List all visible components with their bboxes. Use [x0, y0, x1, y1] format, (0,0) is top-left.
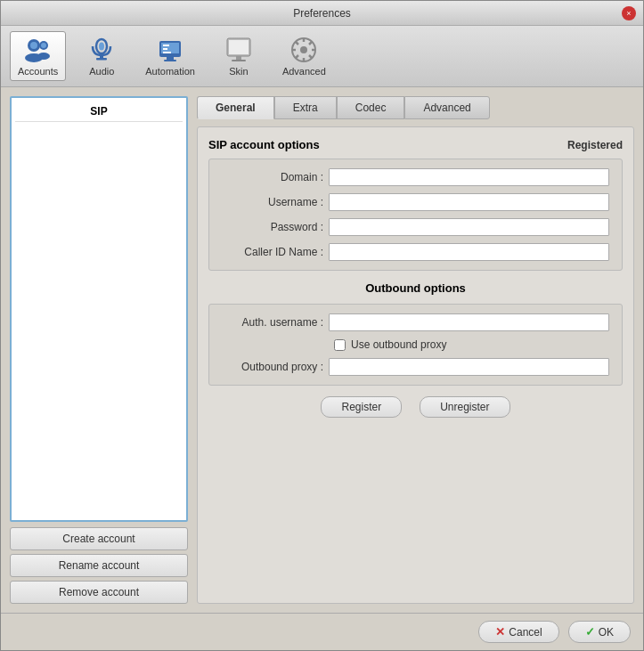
svg-rect-14	[163, 45, 169, 46]
tab-codec[interactable]: Codec	[337, 96, 405, 119]
outbound-field-group: Auth. username : Use outbound proxy Outb…	[208, 304, 623, 386]
svg-rect-18	[229, 40, 249, 54]
toolbar: Accounts Audio Automat	[1, 26, 643, 87]
cancel-icon: ✕	[495, 625, 505, 639]
proxy-input[interactable]	[329, 358, 609, 376]
tab-extra[interactable]: Extra	[274, 96, 337, 119]
svg-rect-19	[236, 56, 241, 60]
ok-button[interactable]: ✓ OK	[568, 621, 631, 643]
right-panel: General Extra Codec Advanced SIP account…	[197, 96, 634, 604]
left-panel: SIP Create account Rename account Remove…	[10, 96, 188, 604]
ok-icon: ✓	[585, 625, 595, 639]
register-button-row: Register Unregister	[208, 396, 623, 418]
proxy-row: Outbound proxy :	[222, 358, 609, 376]
outbound-section-title: Outbound options	[208, 281, 623, 295]
domain-row: Domain :	[222, 168, 609, 186]
toolbar-skin-label: Skin	[229, 66, 248, 77]
close-button[interactable]: ×	[622, 6, 636, 20]
svg-point-9	[99, 43, 104, 51]
toolbar-accounts-label: Accounts	[18, 66, 58, 77]
skin-icon	[224, 36, 253, 64]
tab-advanced[interactable]: Advanced	[404, 96, 489, 119]
domain-input[interactable]	[329, 168, 609, 186]
callerid-row: Caller ID Name :	[222, 243, 609, 261]
accounts-icon	[24, 36, 53, 64]
toolbar-audio-label: Audio	[89, 66, 114, 77]
status-label: Registered	[567, 139, 623, 151]
svg-rect-12	[167, 57, 174, 60]
callerid-label: Caller ID Name :	[222, 246, 329, 258]
advanced-icon	[289, 36, 318, 64]
preferences-window: Preferences × Accounts	[0, 0, 644, 651]
proxy-label: Outbound proxy :	[222, 361, 329, 373]
toolbar-automation-label: Automation	[145, 66, 195, 77]
svg-line-29	[309, 42, 312, 45]
toolbar-item-accounts[interactable]: Accounts	[10, 31, 66, 81]
auth-label: Auth. username :	[222, 316, 329, 329]
ok-label: OK	[599, 626, 614, 639]
toolbar-advanced-label: Advanced	[282, 66, 326, 77]
sip-section-header: SIP account options Registered	[208, 138, 623, 151]
username-input[interactable]	[329, 193, 609, 211]
toolbar-item-automation[interactable]: Automation	[137, 31, 203, 81]
svg-rect-8	[96, 58, 107, 61]
tabs-bar: General Extra Codec Advanced	[197, 96, 634, 119]
unregister-button[interactable]: Unregister	[420, 396, 509, 418]
toolbar-item-skin[interactable]: Skin	[212, 31, 265, 81]
domain-label: Domain :	[222, 171, 329, 183]
svg-point-5	[37, 53, 50, 60]
svg-rect-13	[164, 60, 176, 61]
tab-general[interactable]: General	[197, 96, 274, 119]
proxy-checkbox[interactable]	[334, 339, 346, 351]
titlebar: Preferences ×	[1, 1, 643, 26]
svg-line-28	[309, 55, 312, 58]
accounts-list-header: SIP	[15, 102, 183, 122]
audio-icon	[87, 36, 116, 64]
footer: ✕ Cancel ✓ OK	[1, 613, 643, 650]
proxy-checkbox-row: Use outbound proxy	[222, 338, 609, 351]
proxy-checkbox-label: Use outbound proxy	[351, 338, 446, 351]
username-label: Username :	[222, 196, 329, 208]
toolbar-item-audio[interactable]: Audio	[75, 31, 128, 81]
auth-row: Auth. username :	[222, 313, 609, 331]
username-row: Username :	[222, 193, 609, 211]
svg-point-22	[300, 46, 307, 53]
password-label: Password :	[222, 221, 329, 233]
account-buttons: Create account Rename account Remove acc…	[10, 527, 188, 604]
form-panel: SIP account options Registered Domain : …	[197, 126, 634, 604]
create-account-button[interactable]: Create account	[10, 527, 188, 550]
svg-point-1	[30, 42, 37, 49]
password-row: Password :	[222, 218, 609, 236]
rename-account-button[interactable]: Rename account	[10, 554, 188, 577]
svg-rect-15	[163, 48, 167, 50]
cancel-button[interactable]: ✕ Cancel	[478, 621, 558, 643]
svg-line-30	[296, 55, 298, 58]
sip-field-group: Domain : Username : Password : Caller ID…	[208, 159, 623, 271]
automation-icon	[156, 36, 184, 64]
callerid-input[interactable]	[329, 243, 609, 261]
svg-rect-20	[232, 60, 246, 61]
password-input[interactable]	[329, 218, 609, 236]
auth-input[interactable]	[329, 313, 609, 331]
toolbar-item-advanced[interactable]: Advanced	[274, 31, 334, 81]
remove-account-button[interactable]: Remove account	[10, 581, 188, 604]
main-content: SIP Create account Rename account Remove…	[1, 87, 643, 613]
register-button[interactable]: Register	[321, 396, 402, 418]
svg-point-3	[41, 43, 46, 48]
svg-rect-16	[163, 52, 171, 53]
cancel-label: Cancel	[509, 626, 542, 639]
sip-section-title: SIP account options	[208, 138, 320, 151]
accounts-list: SIP	[10, 96, 188, 522]
svg-line-27	[296, 42, 298, 45]
window-title: Preferences	[293, 7, 351, 20]
